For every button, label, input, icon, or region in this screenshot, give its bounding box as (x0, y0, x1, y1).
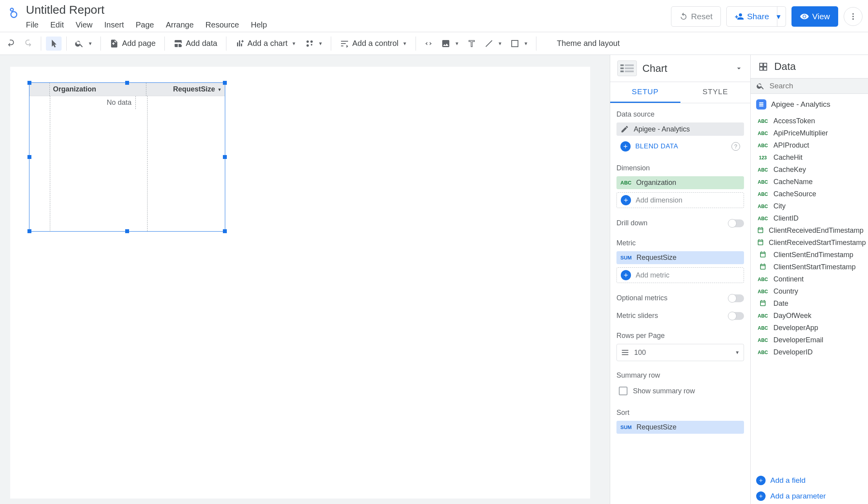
selected-chart[interactable]: Organization RequestSize▼ No data (29, 82, 225, 232)
select-tool[interactable] (46, 37, 62, 51)
reset-button[interactable]: Reset (671, 6, 721, 27)
field-item[interactable]: ABCCacheKey (755, 164, 864, 176)
data-source-header[interactable]: Apigee - Analytics (751, 94, 868, 115)
show-summary-checkbox[interactable]: Show summary row (616, 383, 744, 398)
drill-down-toggle[interactable]: Drill down (614, 214, 746, 232)
search-input[interactable] (770, 82, 863, 90)
add-data-button[interactable]: Add data (170, 37, 221, 51)
field-item[interactable]: ABCAPIProduct (755, 139, 864, 152)
tab-style[interactable]: STYLE (680, 82, 751, 103)
add-parameter-button[interactable]: Add a parameter (751, 488, 868, 504)
image-button[interactable]: ▼ (438, 37, 462, 51)
field-item[interactable]: ABCApiPriceMultiplier (755, 127, 864, 139)
canvas-area[interactable]: Organization RequestSize▼ No data (0, 55, 610, 504)
resize-handle[interactable] (125, 229, 129, 233)
svg-point-2 (852, 13, 854, 15)
menu-insert[interactable]: Insert (104, 20, 124, 29)
add-chart-button[interactable]: Add a chart▼ (231, 37, 300, 51)
field-item[interactable]: ABCCacheSource (755, 188, 864, 200)
undo-button[interactable] (3, 37, 19, 51)
resize-handle[interactable] (223, 229, 227, 233)
field-item[interactable]: ABCDeveloperApp (755, 322, 864, 334)
resize-handle[interactable] (27, 155, 31, 159)
field-item[interactable]: Date (755, 298, 864, 310)
field-item[interactable]: ClientReceivedEndTimestamp (755, 225, 864, 237)
help-icon[interactable]: ? (731, 142, 740, 151)
datasource-icon (756, 99, 766, 110)
add-metric-button[interactable]: Add metric (616, 267, 744, 283)
add-field-button[interactable]: Add a field (751, 473, 868, 488)
view-button[interactable]: View (791, 6, 838, 27)
report-title[interactable]: Untitled Report (24, 2, 671, 17)
zoom-tool[interactable]: ▼ (71, 37, 96, 51)
menu-resource[interactable]: Resource (206, 20, 239, 29)
data-icon (758, 62, 769, 71)
add-control-button[interactable]: Add a control▼ (336, 37, 411, 51)
field-item[interactable]: ABCAccessToken (755, 115, 864, 127)
community-viz-button[interactable]: ▼ (302, 37, 326, 51)
rows-per-page-select[interactable]: 100 ▼ (616, 344, 744, 361)
line-button[interactable]: ▼ (481, 37, 505, 51)
tab-setup[interactable]: SETUP (610, 82, 680, 103)
add-page-button[interactable]: Add page (106, 37, 160, 51)
svg-rect-12 (625, 68, 634, 69)
pencil-icon (620, 125, 629, 133)
field-item[interactable]: ABCCacheName (755, 176, 864, 188)
chevron-down-icon[interactable] (735, 64, 743, 73)
dimension-chip[interactable]: ABC Organization (616, 176, 744, 189)
sort-label: Sort (616, 409, 744, 417)
resize-handle[interactable] (27, 81, 31, 85)
blend-data-button[interactable]: BLEND DATA ? (616, 139, 744, 154)
menu-edit[interactable]: Edit (50, 20, 64, 29)
url-embed-button[interactable] (421, 37, 436, 51)
menu-view[interactable]: View (76, 20, 93, 29)
col-requestsize[interactable]: RequestSize▼ (146, 83, 225, 96)
svg-rect-14 (625, 71, 634, 72)
chart-type-icon[interactable] (617, 60, 637, 76)
report-canvas[interactable]: Organization RequestSize▼ No data (10, 67, 590, 499)
person-add-icon (735, 12, 744, 21)
menu-page[interactable]: Page (136, 20, 154, 29)
resize-handle[interactable] (125, 81, 129, 85)
col-organization[interactable]: Organization (50, 83, 146, 96)
sort-chip[interactable]: SUM RequestSize (616, 421, 744, 434)
add-dimension-button[interactable]: Add dimension (616, 192, 744, 208)
metric-label: Metric (616, 239, 744, 247)
shape-button[interactable]: ▼ (507, 37, 531, 51)
data-panel-title: Data (774, 60, 796, 73)
share-button[interactable]: Share (726, 6, 777, 27)
field-item[interactable]: ABCClientID (755, 212, 864, 225)
field-item[interactable]: 123CacheHit (755, 152, 864, 164)
field-item[interactable]: ClientReceivedStartTimestamp (755, 237, 864, 249)
svg-rect-11 (620, 68, 624, 69)
menu-file[interactable]: File (26, 20, 38, 29)
chart-panel-title: Chart (642, 62, 729, 75)
field-item[interactable]: ABCContinent (755, 273, 864, 285)
metric-chip[interactable]: SUM RequestSize (616, 251, 744, 264)
redo-button[interactable] (20, 37, 36, 51)
metric-sliders-toggle[interactable]: Metric sliders (614, 307, 746, 325)
resize-handle[interactable] (223, 155, 227, 159)
resize-handle[interactable] (223, 81, 227, 85)
data-search[interactable] (751, 79, 868, 94)
field-item[interactable]: ABCDayOfWeek (755, 310, 864, 322)
looker-logo (5, 5, 21, 20)
data-source-label: Data source (616, 110, 744, 119)
menu-arrange[interactable]: Arrange (166, 20, 193, 29)
text-button[interactable] (464, 37, 480, 51)
theme-layout-button[interactable]: Theme and layout (553, 37, 624, 50)
field-item[interactable]: ABCCity (755, 200, 864, 212)
data-source-chip[interactable]: Apigee - Analytics (616, 122, 744, 136)
field-item[interactable]: ABCDeveloperID (755, 346, 864, 358)
resize-handle[interactable] (27, 229, 31, 233)
optional-metrics-toggle[interactable]: Optional metrics (614, 289, 746, 307)
svg-point-1 (11, 12, 17, 18)
menu-help[interactable]: Help (251, 20, 267, 29)
field-item[interactable]: ABCDeveloperEmail (755, 334, 864, 346)
share-dropdown[interactable]: ▾ (772, 6, 786, 27)
field-item[interactable]: ClientSentStartTimestamp (755, 261, 864, 273)
field-item[interactable]: ClientSentEndTimestamp (755, 249, 864, 261)
field-list: ABCAccessTokenABCApiPriceMultiplierABCAP… (751, 115, 868, 473)
field-item[interactable]: ABCCountry (755, 285, 864, 298)
more-options-button[interactable] (844, 7, 863, 26)
